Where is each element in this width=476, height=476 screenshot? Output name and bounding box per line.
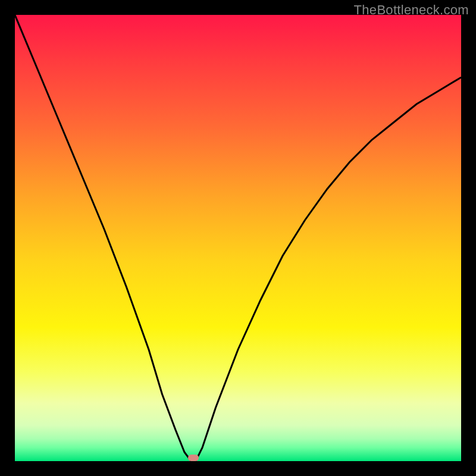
curve-svg xyxy=(15,15,461,461)
watermark-text: TheBottleneck.com xyxy=(354,2,469,18)
optimal-marker xyxy=(188,455,199,461)
plot-area xyxy=(15,15,461,461)
chart-container: TheBottleneck.com xyxy=(0,0,476,476)
bottleneck-curve-path xyxy=(15,15,461,461)
